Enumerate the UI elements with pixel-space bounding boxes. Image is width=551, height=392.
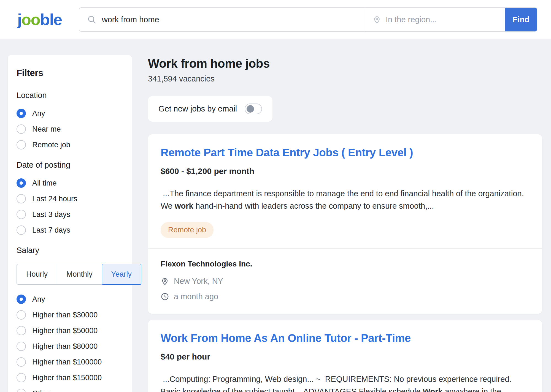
radio-label: Last 3 days bbox=[32, 210, 70, 219]
job-salary: $600 - $1,200 per month bbox=[161, 167, 530, 176]
radio-label: All time bbox=[32, 179, 57, 187]
radio-label: Higher than $150000 bbox=[32, 374, 102, 382]
radio-salary-any[interactable]: Any bbox=[17, 295, 123, 304]
results-column: Work from home jobs 341,594 vacancies Ge… bbox=[148, 55, 542, 392]
radio-button[interactable] bbox=[17, 140, 26, 149]
logo-part-oo: oo bbox=[21, 10, 40, 28]
radio-date-last-24-hours[interactable]: Last 24 hours bbox=[17, 194, 123, 203]
radio-button[interactable] bbox=[17, 295, 26, 304]
radio-label: Last 24 hours bbox=[32, 195, 77, 203]
radio-button[interactable] bbox=[17, 194, 26, 203]
remote-job-badge: Remote job bbox=[161, 222, 214, 238]
search-icon bbox=[87, 15, 96, 24]
email-subscribe-label: Get new jobs by email bbox=[158, 104, 237, 113]
filter-section-location: Location Any Near me Remote job bbox=[17, 91, 123, 149]
jooble-logo[interactable]: jooble bbox=[17, 12, 62, 28]
tab-hourly[interactable]: Hourly bbox=[17, 264, 57, 285]
job-salary: $40 per hour bbox=[161, 352, 530, 361]
top-header: jooble Find bbox=[0, 0, 551, 39]
salary-period-tabs: Hourly Monthly Yearly bbox=[17, 264, 123, 285]
radio-label: Higher than $30000 bbox=[32, 311, 98, 319]
radio-button[interactable] bbox=[17, 310, 26, 320]
radio-label: Last 7 days bbox=[32, 226, 70, 235]
email-subscribe-card: Get new jobs by email bbox=[148, 96, 272, 122]
radio-button[interactable] bbox=[17, 210, 26, 219]
job-card: Remote Part Time Data Entry Jobs ( Entry… bbox=[148, 134, 542, 314]
radio-button[interactable] bbox=[17, 389, 26, 392]
job-posted-time: a month ago bbox=[174, 292, 218, 301]
salary-section-title: Salary bbox=[17, 246, 123, 255]
search-input[interactable] bbox=[102, 15, 357, 24]
radio-date-all-time[interactable]: All time bbox=[17, 178, 123, 188]
tab-monthly[interactable]: Monthly bbox=[57, 264, 102, 285]
date-section-title: Date of posting bbox=[17, 160, 123, 170]
radio-location-any[interactable]: Any bbox=[17, 109, 123, 118]
vacancies-count: 341,594 vacancies bbox=[148, 74, 542, 83]
radio-salary-80000[interactable]: Higher than $80000 bbox=[17, 342, 123, 351]
radio-button[interactable] bbox=[17, 178, 26, 188]
job-posted-row: a month ago bbox=[161, 292, 530, 301]
radio-button[interactable] bbox=[17, 225, 26, 235]
clock-icon bbox=[161, 292, 169, 301]
filter-section-salary: Salary Hourly Monthly Yearly Any Higher … bbox=[17, 246, 123, 392]
company-name: Flexon Technologies Inc. bbox=[161, 260, 530, 268]
radio-date-last-7-days[interactable]: Last 7 days bbox=[17, 225, 123, 235]
radio-label: Near me bbox=[32, 125, 61, 134]
radio-salary-50000[interactable]: Higher than $50000 bbox=[17, 326, 123, 335]
tab-yearly[interactable]: Yearly bbox=[102, 264, 141, 285]
job-card: Work From Home As An Online Tutor - Part… bbox=[148, 320, 542, 392]
search-bar: Find bbox=[79, 7, 537, 32]
job-location: New York, NY bbox=[174, 277, 223, 286]
job-title-link[interactable]: Remote Part Time Data Entry Jobs ( Entry… bbox=[161, 146, 530, 159]
location-pin-icon bbox=[372, 15, 381, 24]
find-button[interactable]: Find bbox=[505, 8, 537, 31]
radio-button[interactable] bbox=[17, 109, 26, 118]
logo-part-ble: ble bbox=[40, 10, 62, 28]
logo-part-j: j bbox=[17, 10, 21, 28]
radio-label: Remote job bbox=[32, 141, 70, 149]
job-title-link[interactable]: Work From Home As An Online Tutor - Part… bbox=[161, 332, 530, 344]
filters-panel: Filters Location Any Near me Remote job … bbox=[8, 55, 132, 392]
job-description-text: hand-in-hand with leaders across the com… bbox=[193, 202, 434, 210]
job-description-text: anywhere in the ... bbox=[443, 387, 510, 392]
job-card-body: Remote Part Time Data Entry Jobs ( Entry… bbox=[148, 134, 542, 248]
job-description-highlight: work bbox=[175, 202, 193, 210]
toggle-knob bbox=[247, 105, 254, 113]
radio-salary-other[interactable]: Other bbox=[17, 389, 123, 392]
keyword-field[interactable] bbox=[79, 8, 364, 31]
job-location-row: New York, NY bbox=[161, 277, 530, 286]
radio-label: Other bbox=[32, 389, 51, 392]
radio-label: Higher than $80000 bbox=[32, 342, 98, 351]
company-info: Flexon Technologies Inc. New York, NY bbox=[148, 249, 542, 314]
radio-location-remote-job[interactable]: Remote job bbox=[17, 140, 123, 149]
radio-button[interactable] bbox=[17, 373, 26, 382]
radio-label: Higher than $100000 bbox=[32, 358, 102, 366]
radio-label: Any bbox=[32, 109, 45, 118]
radio-salary-100000[interactable]: Higher than $100000 bbox=[17, 357, 123, 367]
radio-salary-150000[interactable]: Higher than $150000 bbox=[17, 373, 123, 382]
radio-button[interactable] bbox=[17, 326, 26, 335]
job-description: ...Computing: Programming, Web design...… bbox=[161, 373, 530, 392]
page-title: Work from home jobs bbox=[148, 57, 542, 70]
radio-button[interactable] bbox=[17, 342, 26, 351]
radio-button[interactable] bbox=[17, 357, 26, 367]
job-description: ...The finance department is responsible… bbox=[161, 187, 530, 212]
region-input[interactable] bbox=[386, 15, 499, 24]
radio-button[interactable] bbox=[17, 124, 26, 134]
filter-section-date: Date of posting All time Last 24 hours L… bbox=[17, 160, 123, 235]
location-section-title: Location bbox=[17, 91, 123, 100]
job-card-body: Work From Home As An Online Tutor - Part… bbox=[148, 320, 542, 392]
job-description-highlight: Work bbox=[423, 387, 443, 392]
location-pin-icon bbox=[161, 277, 169, 285]
radio-salary-30000[interactable]: Higher than $30000 bbox=[17, 310, 123, 320]
email-subscribe-toggle[interactable] bbox=[245, 104, 262, 114]
filters-title: Filters bbox=[17, 68, 123, 78]
region-field[interactable] bbox=[364, 8, 505, 31]
radio-location-near-me[interactable]: Near me bbox=[17, 124, 123, 134]
radio-date-last-3-days[interactable]: Last 3 days bbox=[17, 210, 123, 219]
radio-label: Any bbox=[32, 295, 45, 304]
radio-label: Higher than $50000 bbox=[32, 326, 98, 335]
page-body: Filters Location Any Near me Remote job … bbox=[0, 39, 551, 392]
